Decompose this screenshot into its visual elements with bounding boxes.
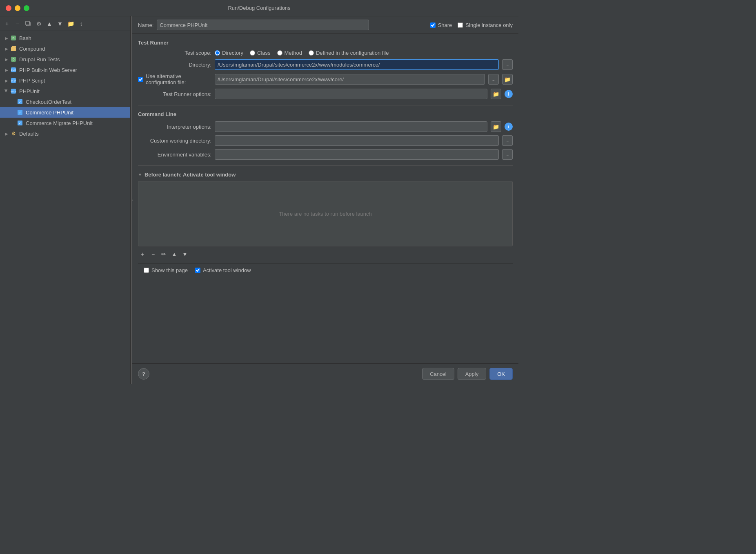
radio-method-input[interactable] — [277, 50, 282, 56]
copy-config-button[interactable] — [24, 19, 33, 28]
alt-config-label[interactable]: Use alternative configuration file: — [146, 73, 211, 85]
sidebar-item-bash[interactable]: ▶ B Bash — [0, 33, 130, 43]
show-page-group: Show this page — [144, 267, 188, 273]
commerce-phpunit-icon: ✓ — [16, 109, 24, 116]
launch-remove-button[interactable]: − — [149, 250, 158, 259]
alt-config-checkbox[interactable] — [138, 77, 143, 82]
radio-class-input[interactable] — [250, 50, 255, 56]
svg-rect-4 — [11, 47, 16, 51]
arrow-icon: ▶ — [3, 130, 10, 137]
resize-handle[interactable] — [131, 16, 132, 384]
interpreter-folder-button[interactable]: 📁 — [491, 121, 501, 132]
interpreter-options-input[interactable] — [215, 121, 487, 132]
launch-down-button[interactable]: ▼ — [180, 250, 189, 259]
alt-config-input[interactable] — [215, 74, 485, 85]
activate-window-checkbox[interactable] — [195, 268, 200, 273]
config-options: Share Single instance only — [430, 22, 513, 28]
test-runner-title: Test Runner — [138, 40, 513, 46]
sidebar-item-phpunit[interactable]: ▶ PHPUnit PHPUnit — [0, 86, 130, 96]
help-button[interactable]: ? — [138, 368, 149, 380]
apply-button[interactable]: Apply — [458, 368, 487, 380]
env-vars-input[interactable] — [215, 149, 499, 160]
radio-directory-label[interactable]: Directory — [222, 50, 243, 56]
scope-radio-group: Directory Class Method Defined in the co… — [215, 50, 513, 56]
single-instance-label[interactable]: Single instance only — [465, 22, 513, 28]
arrow-icon: ▶ — [3, 77, 10, 84]
launch-add-button[interactable]: + — [138, 250, 147, 259]
launch-up-button[interactable]: ▲ — [170, 250, 179, 259]
working-dir-input[interactable] — [215, 135, 499, 146]
settings-button[interactable]: ⚙ — [34, 19, 43, 28]
sort-button[interactable]: ↕ — [77, 19, 86, 28]
maximize-button[interactable] — [24, 5, 29, 11]
sidebar-item-compound[interactable]: ▶ Compound — [0, 43, 130, 54]
single-instance-checkbox[interactable] — [458, 22, 463, 28]
radio-directory-input[interactable] — [215, 50, 220, 56]
test-scope-label: Test scope: — [138, 50, 211, 56]
interpreter-options-row: Interpreter options: 📁 i — [138, 121, 513, 132]
close-button[interactable] — [6, 5, 11, 11]
sidebar-item-label: Compound — [19, 46, 45, 52]
sidebar-item-php-web[interactable]: ▶ PHP PHP Built-in Web Server — [0, 65, 130, 75]
add-config-button[interactable]: + — [2, 19, 11, 28]
radio-config-label[interactable]: Defined in the configuration file — [316, 50, 389, 56]
sidebar-item-checkout[interactable]: ▶ ✓ CheckoutOrderTest — [0, 96, 130, 107]
arrow-icon: ▶ — [3, 45, 10, 52]
before-launch-area: There are no tasks to run before launch — [138, 181, 513, 246]
working-dir-label: Custom working directory: — [138, 138, 211, 144]
svg-text:D: D — [12, 58, 14, 61]
test-runner-info-icon[interactable]: i — [505, 90, 513, 98]
ok-button[interactable]: OK — [489, 368, 513, 380]
radio-method-label[interactable]: Method — [285, 50, 302, 56]
sidebar-item-drupal[interactable]: ▶ D Drupal Run Tests — [0, 54, 130, 65]
sidebar-item-label: Bash — [19, 35, 31, 41]
directory-input[interactable] — [215, 59, 499, 70]
options-folder-button[interactable]: 📁 — [491, 89, 501, 99]
launch-edit-button[interactable]: ✏ — [159, 250, 168, 259]
sidebar-item-commerce-migrate[interactable]: ▶ ✓ Commerce Migrate PHPUnit — [0, 118, 130, 128]
sidebar-item-defaults[interactable]: ▶ ⚙ Defaults — [0, 128, 130, 139]
before-launch-header[interactable]: ▼ Before launch: Activate tool window — [138, 172, 513, 178]
window-controls — [6, 5, 29, 11]
radio-class-label[interactable]: Class — [257, 50, 271, 56]
svg-text:✓: ✓ — [19, 111, 21, 114]
bottom-bar: ? Cancel Apply OK — [132, 363, 518, 384]
test-runner-options-label: Test Runner options: — [138, 91, 211, 97]
share-label[interactable]: Share — [438, 22, 452, 28]
right-panel: Name: Share Single instance only Test Ru… — [132, 16, 518, 384]
working-dir-browse-button[interactable]: ... — [502, 135, 513, 146]
alt-config-browse-button[interactable]: ... — [488, 74, 499, 85]
interpreter-info-icon[interactable]: i — [505, 123, 513, 131]
radio-config-input[interactable] — [309, 50, 314, 56]
svg-text:PHP: PHP — [11, 69, 16, 71]
svg-text:✓: ✓ — [19, 122, 21, 125]
php-web-icon: PHP — [10, 66, 17, 74]
svg-text:✓: ✓ — [19, 101, 21, 103]
folder-icon-button[interactable]: 📁 — [502, 74, 513, 85]
sidebar: + − ⚙ ▲ ▼ 📁 ↕ ▶ B Bash — [0, 16, 131, 384]
move-up-button[interactable]: ▲ — [45, 19, 54, 28]
svg-rect-1 — [26, 21, 29, 25]
sidebar-item-label: PHP Script — [19, 78, 45, 84]
share-checkbox[interactable] — [430, 22, 436, 28]
arrow-icon: ▶ — [3, 88, 10, 94]
radio-class: Class — [250, 50, 271, 56]
folder-button[interactable]: 📁 — [66, 19, 75, 28]
name-input[interactable] — [157, 20, 369, 30]
sidebar-item-commerce-phpunit[interactable]: ▶ ✓ Commerce PHPUnit — [0, 107, 130, 118]
show-page-checkbox[interactable] — [144, 268, 149, 273]
test-runner-options-input[interactable] — [215, 89, 487, 99]
env-vars-browse-button[interactable]: ... — [502, 149, 513, 160]
commerce-migrate-icon: ✓ — [16, 119, 24, 127]
show-page-label[interactable]: Show this page — [151, 267, 188, 273]
remove-config-button[interactable]: − — [13, 19, 22, 28]
sidebar-item-label: Commerce PHPUnit — [26, 109, 73, 116]
sidebar-item-php-script[interactable]: ▶ PHP PHP Script — [0, 75, 130, 86]
activate-window-label[interactable]: Activate tool window — [203, 267, 251, 273]
command-line-title: Command Line — [138, 111, 513, 117]
sidebar-item-label: PHP Built-in Web Server — [19, 67, 77, 73]
move-down-button[interactable]: ▼ — [56, 19, 64, 28]
minimize-button[interactable] — [15, 5, 20, 11]
directory-browse-button[interactable]: ... — [502, 59, 513, 70]
cancel-button[interactable]: Cancel — [422, 368, 454, 380]
